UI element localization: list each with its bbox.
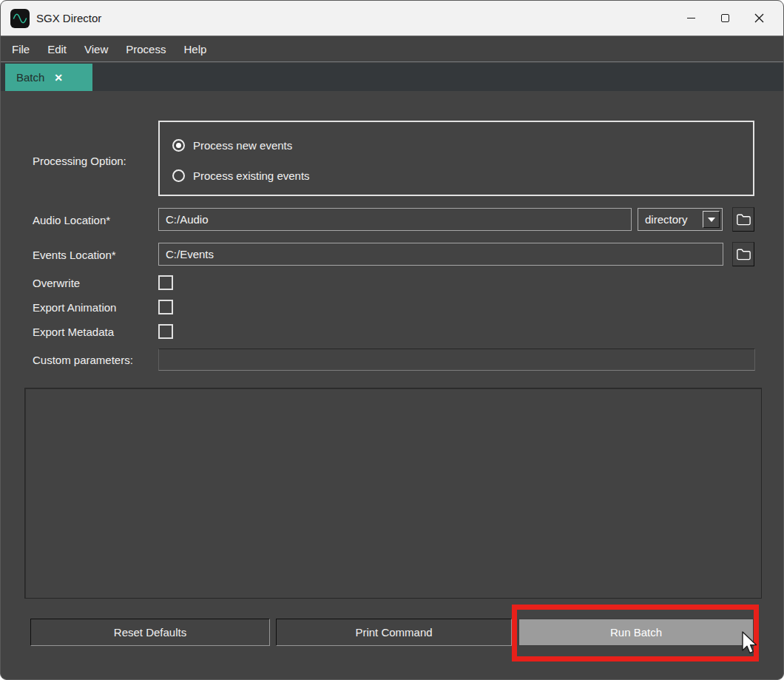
audio-location-input[interactable] — [158, 208, 632, 231]
events-location-label: Events Location* — [33, 249, 116, 261]
output-log-area[interactable] — [24, 388, 762, 599]
radio-label-existing-events: Process existing events — [193, 169, 310, 182]
reset-defaults-button[interactable]: Reset Defaults — [30, 619, 270, 646]
radio-button-selected-icon — [172, 139, 185, 152]
dropdown-arrow-button[interactable] — [703, 211, 720, 228]
events-location-input[interactable] — [158, 243, 723, 266]
audio-location-label: Audio Location* — [33, 214, 110, 226]
overwrite-label: Overwrite — [33, 277, 80, 289]
export-metadata-checkbox[interactable] — [158, 324, 173, 339]
custom-parameters-input[interactable] — [158, 349, 755, 371]
processing-option-group: Process new events Process existing even… — [158, 121, 754, 196]
dropdown-selected-value: directory — [645, 213, 688, 226]
radio-process-existing-events[interactable]: Process existing events — [172, 169, 310, 182]
run-batch-button[interactable]: Run Batch — [518, 619, 754, 646]
audio-browse-button[interactable] — [732, 207, 754, 232]
radio-label-new-events: Process new events — [193, 139, 292, 152]
overwrite-checkbox[interactable] — [158, 275, 173, 290]
radio-process-new-events[interactable]: Process new events — [172, 139, 292, 152]
processing-option-label: Processing Option: — [33, 155, 126, 167]
batch-panel: Processing Option: Process new events Pr… — [1, 1, 783, 679]
app-window: SGX Director File Edit View Process Help… — [0, 0, 784, 680]
events-browse-button[interactable] — [732, 242, 754, 266]
audio-location-mode-dropdown[interactable]: directory — [638, 208, 723, 231]
export-animation-checkbox[interactable] — [158, 300, 173, 314]
export-animation-label: Export Animation — [33, 301, 116, 314]
folder-icon — [736, 247, 751, 261]
folder-icon — [736, 212, 751, 226]
custom-parameters-label: Custom parameters: — [33, 354, 133, 366]
radio-button-unselected-icon — [172, 169, 185, 182]
print-command-button[interactable]: Print Command — [276, 619, 512, 646]
export-metadata-label: Export Metadata — [33, 326, 114, 338]
chevron-down-icon — [708, 218, 715, 222]
